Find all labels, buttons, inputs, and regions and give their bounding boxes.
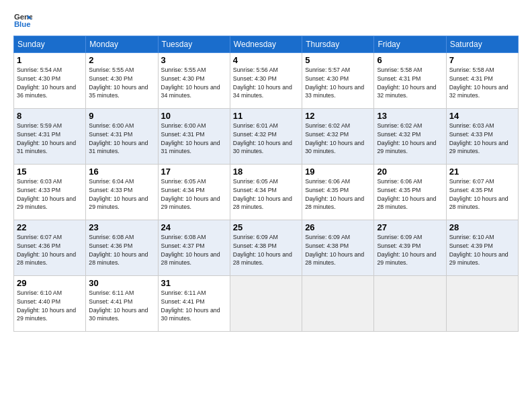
day-number: 28 (449, 222, 515, 232)
logo: General Blue (13, 10, 35, 29)
day-number: 8 (17, 111, 83, 121)
day-number: 20 (377, 167, 443, 177)
day-number: 31 (161, 278, 227, 288)
day-info: Sunrise: 6:08 AMSunset: 4:36 PMDaylight:… (89, 233, 154, 267)
day-info: Sunrise: 6:09 AMSunset: 4:38 PMDaylight:… (233, 233, 299, 267)
day-number: 26 (305, 222, 371, 232)
day-info: Sunrise: 6:07 AMSunset: 4:35 PMDaylight:… (449, 177, 515, 212)
day-number: 11 (233, 111, 299, 121)
weekday-header: Thursday (302, 36, 374, 53)
calendar-cell: 19Sunrise: 6:06 AMSunset: 4:35 PMDayligh… (302, 165, 374, 220)
day-info: Sunrise: 6:01 AMSunset: 4:32 PMDaylight:… (233, 122, 299, 156)
calendar-cell (446, 276, 518, 332)
calendar-week-row: 15Sunrise: 6:03 AMSunset: 4:33 PMDayligh… (14, 165, 519, 220)
day-info: Sunrise: 6:00 AMSunset: 4:31 PMDaylight:… (161, 122, 227, 156)
day-info: Sunrise: 5:58 AMSunset: 4:31 PMDaylight:… (449, 66, 515, 100)
calendar-cell: 14Sunrise: 6:03 AMSunset: 4:33 PMDayligh… (446, 109, 518, 165)
day-number: 7 (449, 55, 515, 65)
day-number: 1 (17, 55, 83, 65)
day-number: 15 (17, 167, 83, 177)
calendar-cell: 26Sunrise: 6:09 AMSunset: 4:38 PMDayligh… (302, 220, 374, 276)
calendar-week-row: 22Sunrise: 6:07 AMSunset: 4:36 PMDayligh… (14, 220, 519, 276)
calendar-cell: 18Sunrise: 6:05 AMSunset: 4:34 PMDayligh… (230, 165, 302, 220)
day-number: 24 (161, 222, 227, 232)
day-number: 19 (305, 167, 371, 177)
day-number: 13 (377, 111, 443, 121)
day-info: Sunrise: 5:57 AMSunset: 4:30 PMDaylight:… (305, 66, 371, 100)
calendar-cell: 1Sunrise: 5:54 AMSunset: 4:30 PMDaylight… (14, 53, 86, 109)
day-info: Sunrise: 6:06 AMSunset: 4:35 PMDaylight:… (305, 177, 371, 212)
day-info: Sunrise: 6:02 AMSunset: 4:32 PMDaylight:… (377, 122, 443, 156)
calendar-page: General Blue SundayMondayTuesdayWednesda… (0, 0, 532, 411)
day-info: Sunrise: 6:10 AMSunset: 4:39 PMDaylight:… (449, 233, 515, 267)
calendar-cell: 6Sunrise: 5:58 AMSunset: 4:31 PMDaylight… (374, 53, 446, 109)
day-info: Sunrise: 5:59 AMSunset: 4:31 PMDaylight:… (17, 122, 83, 156)
day-info: Sunrise: 5:54 AMSunset: 4:30 PMDaylight:… (17, 66, 83, 100)
calendar-cell: 15Sunrise: 6:03 AMSunset: 4:33 PMDayligh… (14, 165, 86, 220)
day-info: Sunrise: 6:10 AMSunset: 4:40 PMDaylight:… (17, 289, 83, 323)
header: General Blue (13, 10, 519, 29)
calendar-cell: 28Sunrise: 6:10 AMSunset: 4:39 PMDayligh… (446, 220, 518, 276)
calendar-cell: 5Sunrise: 5:57 AMSunset: 4:30 PMDaylight… (302, 53, 374, 109)
calendar-cell: 8Sunrise: 5:59 AMSunset: 4:31 PMDaylight… (14, 109, 86, 165)
calendar-cell: 23Sunrise: 6:08 AMSunset: 4:36 PMDayligh… (86, 220, 158, 276)
day-info: Sunrise: 6:11 AMSunset: 4:41 PMDaylight:… (89, 289, 154, 323)
weekday-header: Sunday (14, 36, 86, 53)
weekday-header-row: SundayMondayTuesdayWednesdayThursdayFrid… (14, 36, 519, 53)
calendar-cell (230, 276, 302, 332)
calendar-cell: 9Sunrise: 6:00 AMSunset: 4:31 PMDaylight… (86, 109, 158, 165)
day-info: Sunrise: 5:56 AMSunset: 4:30 PMDaylight:… (233, 66, 299, 100)
day-info: Sunrise: 6:03 AMSunset: 4:33 PMDaylight:… (17, 177, 83, 212)
day-info: Sunrise: 5:55 AMSunset: 4:30 PMDaylight:… (161, 66, 227, 100)
calendar-cell: 2Sunrise: 5:55 AMSunset: 4:30 PMDaylight… (86, 53, 158, 109)
day-number: 12 (305, 111, 371, 121)
calendar-cell: 16Sunrise: 6:04 AMSunset: 4:33 PMDayligh… (86, 165, 158, 220)
day-info: Sunrise: 6:05 AMSunset: 4:34 PMDaylight:… (161, 177, 227, 212)
day-number: 5 (305, 55, 371, 65)
day-info: Sunrise: 6:11 AMSunset: 4:41 PMDaylight:… (161, 289, 227, 323)
calendar-week-row: 1Sunrise: 5:54 AMSunset: 4:30 PMDaylight… (14, 53, 519, 109)
day-info: Sunrise: 6:04 AMSunset: 4:33 PMDaylight:… (89, 177, 154, 212)
day-info: Sunrise: 6:03 AMSunset: 4:33 PMDaylight:… (449, 122, 515, 156)
day-number: 30 (89, 278, 154, 288)
calendar-cell (374, 276, 446, 332)
day-number: 14 (449, 111, 515, 121)
calendar-cell: 27Sunrise: 6:09 AMSunset: 4:39 PMDayligh… (374, 220, 446, 276)
day-number: 23 (89, 222, 154, 232)
calendar-cell: 10Sunrise: 6:00 AMSunset: 4:31 PMDayligh… (158, 109, 230, 165)
calendar-cell: 24Sunrise: 6:08 AMSunset: 4:37 PMDayligh… (158, 220, 230, 276)
day-number: 27 (377, 222, 443, 232)
day-number: 9 (89, 111, 154, 121)
svg-text:Blue: Blue (14, 20, 31, 28)
weekday-header: Tuesday (158, 36, 230, 53)
calendar-week-row: 8Sunrise: 5:59 AMSunset: 4:31 PMDaylight… (14, 109, 519, 165)
day-number: 2 (89, 55, 154, 65)
day-number: 17 (161, 167, 227, 177)
calendar-cell: 12Sunrise: 6:02 AMSunset: 4:32 PMDayligh… (302, 109, 374, 165)
calendar-cell: 22Sunrise: 6:07 AMSunset: 4:36 PMDayligh… (14, 220, 86, 276)
day-number: 4 (233, 55, 299, 65)
day-number: 21 (449, 167, 515, 177)
day-info: Sunrise: 6:08 AMSunset: 4:37 PMDaylight:… (161, 233, 227, 267)
day-info: Sunrise: 6:00 AMSunset: 4:31 PMDaylight:… (89, 122, 154, 156)
day-number: 10 (161, 111, 227, 121)
weekday-header: Monday (86, 36, 158, 53)
weekday-header: Wednesday (230, 36, 302, 53)
calendar-cell: 7Sunrise: 5:58 AMSunset: 4:31 PMDaylight… (446, 53, 518, 109)
calendar-cell: 31Sunrise: 6:11 AMSunset: 4:41 PMDayligh… (158, 276, 230, 332)
day-number: 25 (233, 222, 299, 232)
calendar-cell: 11Sunrise: 6:01 AMSunset: 4:32 PMDayligh… (230, 109, 302, 165)
calendar-cell: 17Sunrise: 6:05 AMSunset: 4:34 PMDayligh… (158, 165, 230, 220)
day-info: Sunrise: 5:58 AMSunset: 4:31 PMDaylight:… (377, 66, 443, 100)
calendar-cell: 4Sunrise: 5:56 AMSunset: 4:30 PMDaylight… (230, 53, 302, 109)
calendar-cell: 29Sunrise: 6:10 AMSunset: 4:40 PMDayligh… (14, 276, 86, 332)
day-number: 3 (161, 55, 227, 65)
calendar-cell: 13Sunrise: 6:02 AMSunset: 4:32 PMDayligh… (374, 109, 446, 165)
day-number: 6 (377, 55, 443, 65)
calendar-cell: 21Sunrise: 6:07 AMSunset: 4:35 PMDayligh… (446, 165, 518, 220)
day-info: Sunrise: 5:55 AMSunset: 4:30 PMDaylight:… (89, 66, 154, 100)
day-number: 29 (17, 278, 83, 288)
calendar-cell (302, 276, 374, 332)
day-info: Sunrise: 6:05 AMSunset: 4:34 PMDaylight:… (233, 177, 299, 212)
calendar-cell: 30Sunrise: 6:11 AMSunset: 4:41 PMDayligh… (86, 276, 158, 332)
